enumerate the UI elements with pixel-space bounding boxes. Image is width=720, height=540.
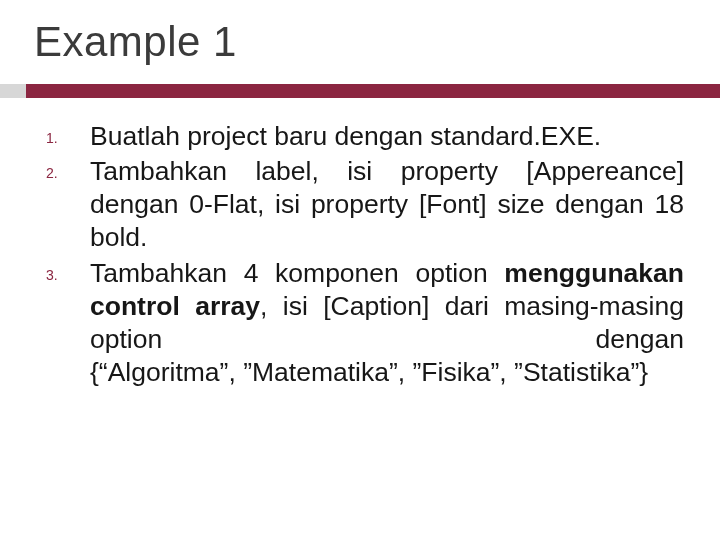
list-item-number: 3. — [46, 257, 90, 283]
list-item: 2. Tambahkan label, isi property [Appere… — [46, 155, 684, 254]
ordered-list: 1. Buatlah project baru dengan standard.… — [46, 120, 684, 389]
list-item-text: Tambahkan label, isi property [Appereanc… — [90, 155, 684, 254]
slide: Example 1 1. Buatlah project baru dengan… — [0, 0, 720, 540]
title-rule — [0, 84, 720, 98]
list-item: 1. Buatlah project baru dengan standard.… — [46, 120, 684, 153]
list-item-text: Buatlah project baru dengan standard.EXE… — [90, 120, 684, 153]
title-rule-accent — [0, 84, 26, 98]
list-item-text: Tambahkan 4 komponen option menggunakan … — [90, 257, 684, 390]
list-item-number: 1. — [46, 120, 90, 146]
page-title: Example 1 — [34, 18, 684, 66]
list-item: 3. Tambahkan 4 komponen option menggunak… — [46, 257, 684, 390]
list-item-number: 2. — [46, 155, 90, 181]
title-block: Example 1 — [36, 18, 684, 98]
body: 1. Buatlah project baru dengan standard.… — [36, 120, 684, 389]
